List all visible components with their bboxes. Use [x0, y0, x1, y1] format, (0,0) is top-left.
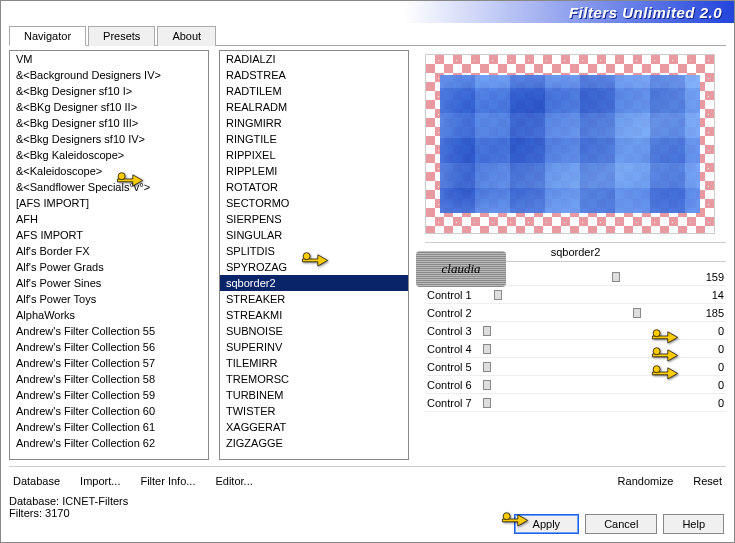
filter-item[interactable]: SPYROZAG	[220, 259, 408, 275]
filter-item[interactable]: TILEMIRR	[220, 355, 408, 371]
control-label: Control 7	[427, 397, 487, 409]
db-value: ICNET-Filters	[62, 495, 128, 507]
tab-navigator[interactable]: Navigator	[9, 26, 86, 46]
control-row: Control 40	[425, 340, 726, 358]
control-slider[interactable]	[487, 360, 694, 374]
control-value: 159	[694, 271, 724, 283]
category-item[interactable]: Alf's Border FX	[10, 243, 208, 259]
category-item[interactable]: AFH	[10, 211, 208, 227]
category-item[interactable]: Andrew's Filter Collection 56	[10, 339, 208, 355]
control-row: Control 50	[425, 358, 726, 376]
control-label: Control 4	[427, 343, 487, 355]
filter-item[interactable]: ZIGZAGGE	[220, 435, 408, 451]
reset-button[interactable]: Reset	[689, 473, 726, 489]
filter-item[interactable]: REALRADM	[220, 99, 408, 115]
category-item[interactable]: Andrew's Filter Collection 57	[10, 355, 208, 371]
control-row: Control 2185	[425, 304, 726, 322]
category-item[interactable]: &<Bkg Designers sf10 IV>	[10, 131, 208, 147]
filter-item[interactable]: RIPPIXEL	[220, 147, 408, 163]
filter-item[interactable]: sqborder2	[220, 275, 408, 291]
tab-presets[interactable]: Presets	[88, 26, 155, 46]
control-row: Control 60	[425, 376, 726, 394]
app-title: Filters Unlimited 2.0	[569, 4, 722, 21]
tab-about[interactable]: About	[157, 26, 216, 46]
filter-item[interactable]: RADTILEM	[220, 83, 408, 99]
randomize-button[interactable]: Randomize	[614, 473, 678, 489]
filter-item[interactable]: RADSTREA	[220, 67, 408, 83]
category-item[interactable]: Alf's Power Grads	[10, 259, 208, 275]
import-button[interactable]: Import...	[76, 473, 124, 489]
filter-item[interactable]: TREMORSC	[220, 371, 408, 387]
control-value: 0	[694, 361, 724, 373]
toolbar-row: Database Import... Filter Info... Editor…	[9, 466, 726, 489]
category-item[interactable]: Andrew's Filter Collection 62	[10, 435, 208, 451]
filter-item[interactable]: SUPERINV	[220, 339, 408, 355]
filter-item[interactable]: SINGULAR	[220, 227, 408, 243]
category-item[interactable]: &<Bkg Kaleidoscope>	[10, 147, 208, 163]
filter-item[interactable]: SUBNOISE	[220, 323, 408, 339]
control-slider[interactable]	[487, 396, 694, 410]
filter-item[interactable]: ROTATOR	[220, 179, 408, 195]
filter-item[interactable]: RINGTILE	[220, 131, 408, 147]
control-slider[interactable]	[487, 378, 694, 392]
filter-item[interactable]: TURBINEM	[220, 387, 408, 403]
tab-strip: NavigatorPresetsAbout	[9, 25, 726, 46]
apply-button[interactable]: Apply	[514, 514, 580, 534]
title-bar: Filters Unlimited 2.0	[1, 1, 734, 23]
category-item[interactable]: &<Bkg Designer sf10 III>	[10, 115, 208, 131]
category-listbox[interactable]: VM&<Background Designers IV>&<Bkg Design…	[9, 50, 209, 460]
category-item[interactable]: &<Sandflower Specials°v°>	[10, 179, 208, 195]
control-value: 0	[694, 379, 724, 391]
category-item[interactable]: Andrew's Filter Collection 61	[10, 419, 208, 435]
category-item[interactable]: Andrew's Filter Collection 60	[10, 403, 208, 419]
filter-info-button[interactable]: Filter Info...	[136, 473, 199, 489]
category-item[interactable]: VM	[10, 51, 208, 67]
category-item[interactable]: AlphaWorks	[10, 307, 208, 323]
filter-item[interactable]: RINGMIRR	[220, 115, 408, 131]
filter-item[interactable]: XAGGERAT	[220, 419, 408, 435]
filter-item[interactable]: SECTORMO	[220, 195, 408, 211]
control-value: 14	[694, 289, 724, 301]
controls-panel: Control 0159Control 114Control 2185Contr…	[425, 268, 726, 460]
control-slider[interactable]	[487, 306, 694, 320]
filter-item[interactable]: STREAKER	[220, 291, 408, 307]
db-label: Database:	[9, 495, 59, 507]
control-label: Control 3	[427, 325, 487, 337]
category-item[interactable]: &<Bkg Designer sf10 I>	[10, 83, 208, 99]
watermark-overlay: claudia	[416, 251, 506, 287]
database-button[interactable]: Database	[9, 473, 64, 489]
filter-listbox[interactable]: RADIALZIRADSTREARADTILEMREALRADMRINGMIRR…	[219, 50, 409, 460]
control-value: 0	[694, 343, 724, 355]
filter-item[interactable]: RIPPLEMI	[220, 163, 408, 179]
cancel-button[interactable]: Cancel	[585, 514, 657, 534]
category-item[interactable]: Alf's Power Sines	[10, 275, 208, 291]
category-item[interactable]: &<BKg Designer sf10 II>	[10, 99, 208, 115]
editor-button[interactable]: Editor...	[211, 473, 256, 489]
control-row: Control 30	[425, 322, 726, 340]
filter-item[interactable]: SIERPENS	[220, 211, 408, 227]
control-value: 0	[694, 397, 724, 409]
control-slider[interactable]	[487, 324, 694, 338]
filters-count-label: Filters:	[9, 507, 42, 519]
category-item[interactable]: Andrew's Filter Collection 55	[10, 323, 208, 339]
filter-item[interactable]: STREAKMI	[220, 307, 408, 323]
category-item[interactable]: Alf's Power Toys	[10, 291, 208, 307]
control-slider[interactable]	[487, 288, 694, 302]
control-label: Control 1	[427, 289, 487, 301]
category-item[interactable]: Andrew's Filter Collection 58	[10, 371, 208, 387]
category-item[interactable]: [AFS IMPORT]	[10, 195, 208, 211]
filter-item[interactable]: SPLITDIS	[220, 243, 408, 259]
help-button[interactable]: Help	[663, 514, 724, 534]
control-value: 0	[694, 325, 724, 337]
control-value: 185	[694, 307, 724, 319]
filter-item[interactable]: RADIALZI	[220, 51, 408, 67]
control-slider[interactable]	[487, 270, 694, 284]
category-item[interactable]: &<Kaleidoscope>	[10, 163, 208, 179]
category-item[interactable]: &<Background Designers IV>	[10, 67, 208, 83]
category-item[interactable]: Andrew's Filter Collection 59	[10, 387, 208, 403]
category-item[interactable]: AFS IMPORT	[10, 227, 208, 243]
filter-item[interactable]: TWISTER	[220, 403, 408, 419]
control-label: Control 5	[427, 361, 487, 373]
control-slider[interactable]	[487, 342, 694, 356]
control-row: Control 114	[425, 286, 726, 304]
